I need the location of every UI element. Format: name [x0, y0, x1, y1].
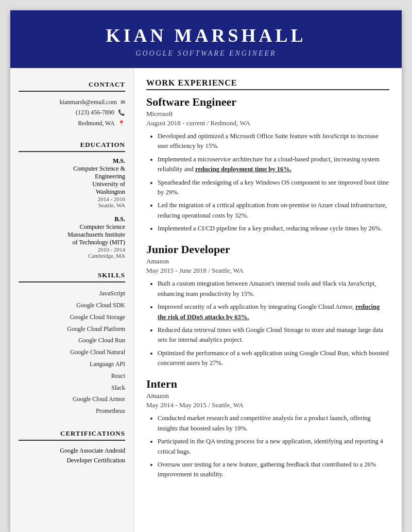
bullet-item: Implemented a microservice architecture …	[158, 155, 389, 175]
bullet-item: Spearheaded the redesigning of a key Win…	[158, 178, 389, 198]
contact-email: kianmarsh@email.com ✉	[19, 97, 125, 107]
skill-item: React	[19, 370, 125, 382]
job-dates-intern: May 2014 - May 2015 / Seattle, WA	[146, 401, 389, 409]
work-experience-title: WORK EXPERIENCE	[146, 78, 389, 90]
job-company-se: Microsoft	[146, 110, 389, 118]
skill-item: Google Cloud SDK	[19, 300, 125, 311]
job-dates-jd: May 2015 - June 2018 / Seattle, WA	[146, 267, 389, 275]
skills-title: SKILLS	[19, 271, 125, 282]
bullet-item: Optimized the performance of a web appli…	[158, 348, 389, 369]
contact-phone: (123) 456-7890 📞	[19, 107, 125, 118]
skill-item: Google Cloud Run	[19, 335, 125, 346]
edu-school-ms: University ofWashington	[19, 180, 125, 196]
highlight-text: reducing the risk of DDoS attacks by 63%…	[158, 303, 380, 320]
education-title: EDUCATION	[19, 141, 125, 152]
bullet-item: Participated in the QA testing process f…	[158, 437, 389, 457]
edu-location-ms: Seattle, WA	[19, 202, 125, 208]
contact-title: CONTACT	[19, 80, 125, 92]
edu-school-bs: Massachusetts Instituteof Technology (MI…	[19, 231, 125, 246]
bullet-item: Implemented a CI/CD pipeline for a key p…	[158, 224, 389, 234]
candidate-name: KIAN MARSHALL	[21, 25, 391, 46]
skill-item: Google Cloud NaturalLanguage API	[19, 346, 125, 370]
edu-field-bs: Computer Science	[19, 223, 125, 231]
resume-container: KIAN MARSHALL GOOGLE SOFTWARE ENGINEER C…	[10, 10, 402, 532]
phone-icon: 📞	[118, 108, 125, 118]
bullet-item: Reduced data retrieval times with Google…	[158, 325, 389, 345]
location-icon: 📍	[118, 119, 125, 128]
job-junior-developer: Junior Developer Amazon May 2015 - June …	[146, 243, 389, 368]
skill-item: Google Cloud Platform	[19, 323, 125, 335]
job-dates-se: August 2018 - current / Redmond, WA	[146, 119, 389, 127]
resume-body: CONTACT kianmarsh@email.com ✉ (123) 456-…	[10, 68, 402, 532]
edu-field-ms: Computer Science &Engineering	[19, 165, 125, 180]
skill-item: Google Cloud Storage	[19, 311, 125, 323]
edu-entry-bs: B.S. Computer Science Massachusetts Inst…	[19, 215, 125, 259]
job-company-jd: Amazon	[146, 257, 389, 265]
skills-list: JavaScript Google Cloud SDK Google Cloud…	[19, 288, 125, 417]
skill-item: Slack	[19, 382, 125, 394]
sidebar: CONTACT kianmarsh@email.com ✉ (123) 456-…	[10, 68, 134, 532]
edu-dates-ms: 2014 - 2016	[19, 196, 125, 202]
bullet-item: Improved security of a web application b…	[158, 302, 389, 322]
bullet-item: Led the migration of a critical applicat…	[158, 201, 389, 221]
email-icon: ✉	[121, 97, 125, 107]
candidate-title: GOOGLE SOFTWARE ENGINEER	[21, 49, 391, 58]
edu-dates-bs: 2010 - 2014	[19, 246, 125, 253]
edu-location-bs: Cambridge, MA	[19, 253, 125, 259]
job-software-engineer: Software Engineer Microsoft August 2018 …	[146, 95, 389, 234]
job-title-jd: Junior Developer	[146, 243, 389, 256]
main-content: WORK EXPERIENCE Software Engineer Micros…	[134, 68, 402, 532]
education-section: EDUCATION M.S. Computer Science &Enginee…	[19, 141, 125, 259]
skill-item: Prometheus	[19, 405, 125, 417]
bullet-item: Built a custom integration between Amazo…	[158, 279, 389, 299]
job-title-intern: Intern	[146, 377, 389, 391]
edu-degree-bs: B.S.	[19, 215, 125, 223]
bullet-item: Conducted market research and competitiv…	[158, 413, 389, 434]
resume-header: KIAN MARSHALL GOOGLE SOFTWARE ENGINEER	[10, 10, 402, 68]
certification-text: Google Associate AndroidDeveloper Certif…	[19, 446, 125, 466]
skill-item: Google Cloud Armor	[19, 393, 125, 405]
job-bullets-jd: Built a custom integration between Amazo…	[146, 279, 389, 368]
contact-info: kianmarsh@email.com ✉ (123) 456-7890 📞 R…	[19, 97, 125, 128]
certifications-title: CERTIFICATIONS	[19, 429, 125, 441]
job-company-intern: Amazon	[146, 392, 389, 400]
certifications-section: CERTIFICATIONS Google Associate AndroidD…	[19, 429, 125, 466]
job-title-se: Software Engineer	[146, 95, 389, 109]
edu-entry-ms: M.S. Computer Science &Engineering Unive…	[19, 157, 125, 208]
highlight-text: reducing deployment time by 16%.	[195, 165, 291, 173]
bullet-item: Developed and optimized a Microsoft Offi…	[158, 131, 389, 152]
skills-section: SKILLS JavaScript Google Cloud SDK Googl…	[19, 271, 125, 417]
job-intern: Intern Amazon May 2014 - May 2015 / Seat…	[146, 377, 389, 479]
contact-location: Redmond, WA 📍	[19, 118, 125, 128]
contact-section: CONTACT kianmarsh@email.com ✉ (123) 456-…	[19, 80, 125, 128]
job-bullets-intern: Conducted market research and competitiv…	[146, 413, 389, 479]
bullet-item: Oversaw user testing for a new feature, …	[158, 460, 389, 480]
job-bullets-se: Developed and optimized a Microsoft Offi…	[146, 131, 389, 234]
skill-item: JavaScript	[19, 288, 125, 300]
edu-degree-ms: M.S.	[19, 157, 125, 165]
